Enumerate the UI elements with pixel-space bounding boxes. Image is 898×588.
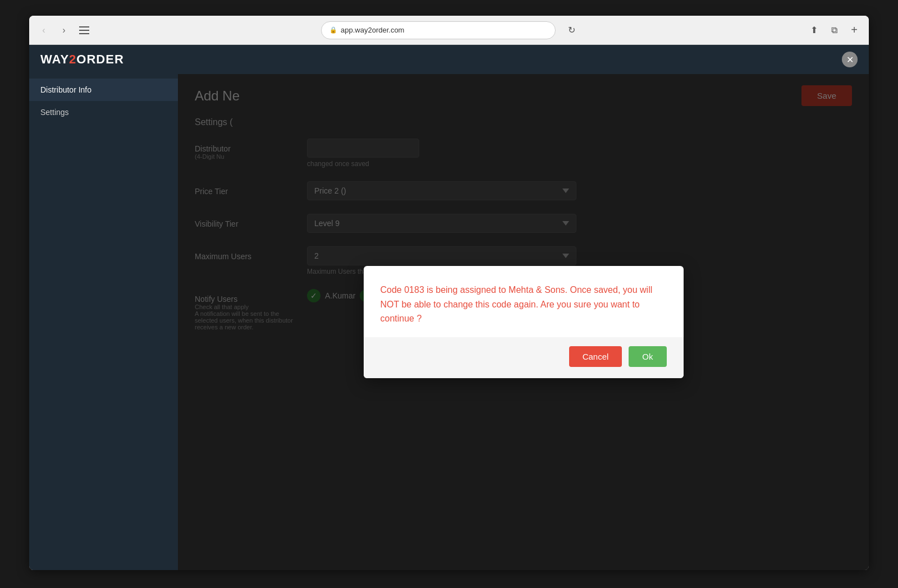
- sidebar-item-label: Distributor Info: [40, 85, 91, 94]
- svg-rect-2: [79, 33, 89, 34]
- app-logo: WAY2ORDER: [40, 52, 124, 67]
- browser-toolbar: ‹ › 🔒 app.way2order.com ↻ ⬆ ⧉ +: [29, 16, 869, 45]
- main-layout: Distributor Info Settings Add Ne Save Se…: [29, 74, 869, 570]
- dialog-ok-button[interactable]: Ok: [629, 346, 666, 367]
- app-header: WAY2ORDER ✕: [29, 45, 869, 74]
- back-button[interactable]: ‹: [36, 22, 52, 38]
- address-bar[interactable]: 🔒 app.way2order.com: [321, 21, 556, 39]
- modal-overlay: Code 0183 is being assigned to Mehta & S…: [178, 74, 869, 570]
- svg-rect-0: [79, 26, 89, 27]
- sidebar-item-distributor-info[interactable]: Distributor Info: [29, 79, 178, 101]
- logo-accent: 2: [69, 52, 76, 66]
- share-button[interactable]: ⬆: [806, 22, 822, 38]
- reload-button[interactable]: ↻: [563, 22, 579, 38]
- sidebar-toggle-button[interactable]: [76, 22, 92, 38]
- dialog-body: Code 0183 is being assigned to Mehta & S…: [364, 266, 684, 337]
- main-area: Add Ne Save Settings ( Distributor (4-Di…: [178, 74, 869, 570]
- sidebar-item-settings[interactable]: Settings: [29, 101, 178, 123]
- app-content: WAY2ORDER ✕ Distributor Info Settings Ad…: [29, 45, 869, 570]
- confirm-dialog: Code 0183 is being assigned to Mehta & S…: [364, 266, 684, 378]
- svg-rect-1: [79, 30, 89, 31]
- close-app-button[interactable]: ✕: [842, 52, 858, 67]
- dialog-footer: Cancel Ok: [364, 337, 684, 378]
- new-tab-button[interactable]: +: [846, 22, 862, 38]
- url-text: app.way2order.com: [341, 26, 404, 34]
- dialog-message: Code 0183 is being assigned to Mehta & S…: [381, 283, 667, 326]
- lock-icon: 🔒: [329, 26, 337, 34]
- forward-button[interactable]: ›: [56, 22, 72, 38]
- sidebar-item-label: Settings: [40, 108, 69, 117]
- sidebar: Distributor Info Settings: [29, 74, 178, 570]
- tabs-button[interactable]: ⧉: [826, 22, 842, 38]
- dialog-cancel-button[interactable]: Cancel: [569, 346, 622, 367]
